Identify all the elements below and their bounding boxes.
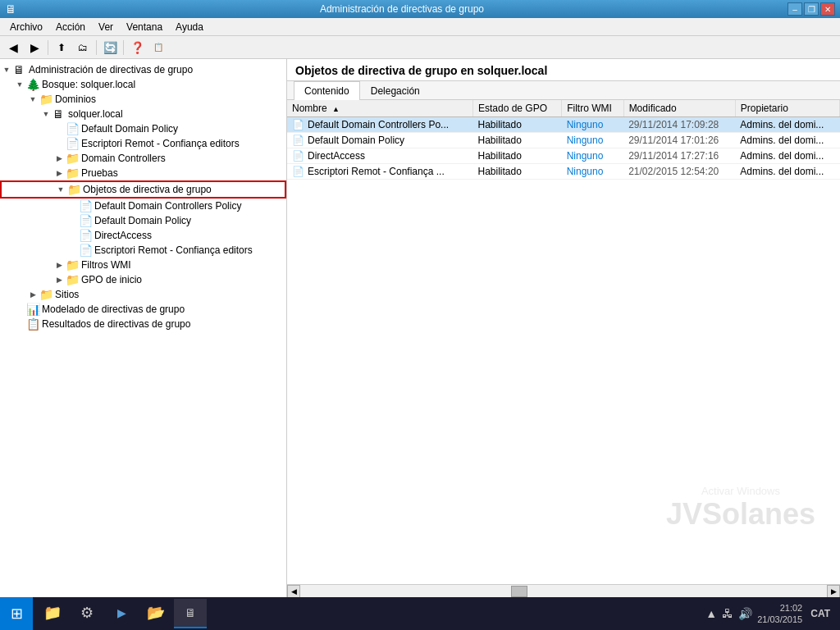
cell-owner: Admins. del domi...: [735, 148, 839, 164]
taskbar-app-gpo[interactable]: 🖥: [174, 599, 207, 628]
taskbar-app-settings[interactable]: ⚙: [71, 599, 103, 628]
scroll-right-arrow[interactable]: ▶: [827, 585, 840, 598]
tree-expander[interactable]: ▶: [52, 258, 66, 272]
tree-expander[interactable]: [13, 303, 26, 316]
tree-icon: 📄: [79, 244, 92, 257]
restore-button[interactable]: ❐: [804, 2, 819, 16]
tree-expander[interactable]: ▶: [52, 152, 66, 165]
tree-item[interactable]: 📄Default Domain Policy: [0, 213, 286, 228]
tree-expander[interactable]: [66, 214, 79, 227]
tree-item[interactable]: 📄Default Domain Policy: [0, 121, 286, 136]
show-hide-button[interactable]: 🗂: [73, 39, 93, 57]
cell-owner: Admins. del domi...: [735, 133, 839, 148]
menu-ver[interactable]: Ver: [92, 20, 120, 34]
tree-item[interactable]: ▼📁Objetos de directiva de grupo: [0, 180, 286, 199]
tree-expander[interactable]: [66, 199, 79, 212]
title-icon: 🖥: [5, 2, 16, 16]
table-row[interactable]: 📄Default Domain Controllers Po...Habilit…: [287, 117, 840, 133]
scroll-thumb[interactable]: [511, 586, 527, 597]
tree-item[interactable]: ▶📁Pruebas: [0, 166, 286, 180]
tree-expander[interactable]: ▶: [52, 167, 66, 180]
help-button[interactable]: ❓: [127, 39, 147, 57]
tree-expander[interactable]: ▶: [52, 273, 66, 286]
minimize-button[interactable]: –: [788, 2, 802, 16]
sort-arrow: ▲: [332, 105, 340, 113]
tree-expander[interactable]: ▼: [0, 63, 13, 76]
col-nombre[interactable]: Nombre ▲: [287, 100, 472, 117]
col-modificado[interactable]: Modificado: [623, 100, 735, 117]
tree-expander[interactable]: ▼: [39, 107, 52, 121]
tree-icon: 📁: [39, 93, 52, 106]
refresh-button[interactable]: 🔄: [100, 39, 120, 57]
table-row[interactable]: 📄Escriptori Remot - Confiança ...Habilit…: [287, 164, 840, 180]
tree-expander[interactable]: [52, 137, 66, 150]
tree-expander[interactable]: [66, 244, 79, 257]
tree-icon: 📄: [79, 199, 92, 212]
tree-item[interactable]: 📋Resultados de directivas de grupo: [0, 317, 286, 331]
scroll-track[interactable]: [300, 585, 827, 598]
tree-item[interactable]: 📊Modelado de directivas de grupo: [0, 302, 286, 317]
tree-expander[interactable]: [52, 122, 66, 135]
col-estado[interactable]: Estado de GPO: [472, 100, 561, 117]
cell-modified: 29/11/2014 17:01:26: [623, 133, 735, 148]
cell-owner: Admins. del domi...: [735, 117, 839, 133]
tree-item[interactable]: 📄Escriptori Remot - Confiança editors: [0, 136, 286, 151]
tree-label: GPO de inicio: [81, 274, 142, 285]
tree-item[interactable]: 📄Default Domain Controllers Policy: [0, 199, 286, 213]
table-body: 📄Default Domain Controllers Po...Habilit…: [287, 117, 840, 180]
menu-ayuda[interactable]: Ayuda: [169, 20, 210, 34]
tree-label: Dominios: [55, 94, 96, 105]
forward-button[interactable]: ▶: [25, 39, 44, 57]
tree-label: Administración de directivas de grupo: [29, 64, 193, 75]
col-filtrowmi[interactable]: Filtro WMI: [562, 100, 623, 117]
taskbar-app-powershell[interactable]: ▶: [105, 599, 138, 628]
tree-expander[interactable]: [66, 229, 79, 242]
tree-item[interactable]: 📄DirectAccess: [0, 228, 286, 243]
tray-network-icon[interactable]: 🖧: [722, 607, 733, 620]
tab-contenido[interactable]: Contenido: [294, 81, 360, 100]
menu-accion[interactable]: Acción: [49, 20, 92, 34]
horizontal-scrollbar[interactable]: ◀ ▶: [287, 584, 840, 597]
tree-item[interactable]: ▶📁Sitios: [0, 287, 286, 302]
scroll-left-arrow[interactable]: ◀: [287, 585, 300, 598]
tree-item[interactable]: ▼🌲Bosque: solquer.local: [0, 77, 286, 92]
table-row[interactable]: 📄Default Domain PolicyHabilitadoNinguno2…: [287, 133, 840, 148]
taskbar-app-file-explorer[interactable]: 📁: [36, 599, 69, 628]
tray-clock[interactable]: 21:02 21/03/2015: [757, 602, 802, 626]
right-panel-wrapper: Objetos de directiva de grupo en solquer…: [287, 59, 840, 597]
menu-archivo[interactable]: Archivo: [3, 20, 49, 34]
col-propietario[interactable]: Propietario: [735, 100, 839, 117]
tree-icon: 📁: [66, 258, 79, 272]
tree-item[interactable]: 📄Escriptori Remot - Confiança editors: [0, 243, 286, 258]
table-header-row: Nombre ▲ Estado de GPO Filtro WMI Modifi…: [287, 100, 840, 117]
tree-expander[interactable]: ▼: [26, 93, 39, 106]
cell-wmi: Ninguno: [562, 133, 623, 148]
tray-arrow-icon[interactable]: ▲: [705, 607, 717, 620]
table-row[interactable]: 📄DirectAccessHabilitadoNinguno29/11/2014…: [287, 148, 840, 164]
tree-item[interactable]: ▶📁GPO de inicio: [0, 272, 286, 287]
tray-language[interactable]: CAT: [807, 606, 833, 621]
extra-button[interactable]: 📋: [148, 39, 168, 57]
cell-modified: 29/11/2014 17:27:16: [623, 148, 735, 164]
close-button[interactable]: ✕: [820, 2, 835, 16]
tree-item[interactable]: ▼🖥Administración de directivas de grupo: [0, 62, 286, 77]
cell-name: 📄Default Domain Policy: [287, 133, 472, 148]
tree-expander[interactable]: ▼: [13, 78, 26, 91]
tree-item[interactable]: ▼🖥solquer.local: [0, 107, 286, 121]
back-button[interactable]: ◀: [3, 39, 23, 57]
tree-expander[interactable]: [13, 317, 26, 331]
start-button[interactable]: ⊞: [0, 597, 33, 630]
tree-expander[interactable]: ▼: [54, 183, 67, 196]
taskbar-app-folder[interactable]: 📂: [139, 599, 172, 628]
cell-modified: 21/02/2015 12:54:20: [623, 164, 735, 180]
tray-speaker-icon[interactable]: 🔊: [738, 607, 752, 620]
tree-item[interactable]: ▶📁Domain Controllers: [0, 151, 286, 166]
up-button[interactable]: ⬆: [52, 39, 71, 57]
tree-item[interactable]: ▼📁Dominios: [0, 92, 286, 107]
tree-item[interactable]: ▶📁Filtros WMI: [0, 258, 286, 272]
tree-container: ▼🖥Administración de directivas de grupo▼…: [0, 59, 286, 335]
tree-expander[interactable]: ▶: [26, 288, 39, 301]
menu-ventana[interactable]: Ventana: [120, 20, 169, 34]
tree-icon: 🖥: [13, 63, 26, 76]
tab-delegacion[interactable]: Delegación: [360, 81, 431, 100]
